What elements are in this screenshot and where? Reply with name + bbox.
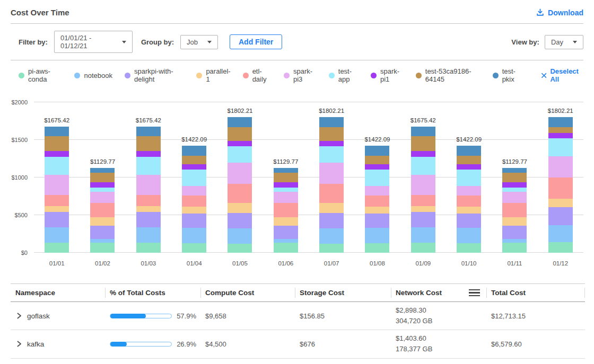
bar-segment-etl-daily[interactable] [90,203,115,217]
bar-group-01/04[interactable]: $1422.0901/04 [171,102,217,253]
bar-segment-test-app[interactable] [457,170,481,186]
bar-segment-sparkpi-with-delight[interactable] [502,226,527,239]
bar-segment-test-app[interactable] [90,188,115,192]
bar-group-01/03[interactable]: $1675.4201/03 [126,102,171,253]
view-by-dropdown[interactable]: Day [545,35,583,49]
bar-segment-test-pkix[interactable] [182,146,206,156]
bar-segment-spark-pi3[interactable] [319,163,344,183]
bar-segment-pi-aws-conda[interactable] [548,242,573,253]
bar-segment-test-53ca9186-64145[interactable] [45,136,69,151]
bar-segment-test-53ca9186-64145[interactable] [502,173,527,182]
bar-segment-etl-daily[interactable] [548,177,573,199]
bar-group-01/05[interactable]: $1802.2101/05 [217,102,263,253]
bar-segment-parallel-1[interactable] [457,207,481,214]
bar-segment-notebook[interactable] [411,227,435,243]
legend-item-test-app[interactable]: test-app [329,67,359,83]
bar-segment-test-app[interactable] [411,157,435,175]
chevron-right-icon[interactable] [16,313,22,319]
bar-segment-pi-aws-conda[interactable] [274,243,298,253]
download-button[interactable]: Download [536,8,583,17]
bar-segment-pi-aws-conda[interactable] [319,244,344,253]
bar-segment-parallel-1[interactable] [90,217,115,226]
bar-segment-spark-pi1[interactable] [136,151,161,156]
bar-segment-pi-aws-conda[interactable] [228,244,252,253]
bar-segment-test-53ca9186-64145[interactable] [182,156,206,164]
bar-segment-sparkpi-with-delight[interactable] [548,207,573,225]
bar-segment-pi-aws-conda[interactable] [502,243,527,253]
bar-segment-test-app[interactable] [45,157,69,175]
chevron-right-icon[interactable] [16,341,22,347]
bar-segment-notebook[interactable] [45,227,69,243]
bar-segment-test-53ca9186-64145[interactable] [457,156,481,164]
bar-segment-pi-aws-conda[interactable] [45,243,69,253]
bar-segment-test-app[interactable] [319,146,344,163]
bar-segment-etl-daily[interactable] [136,195,161,206]
bar-segment-spark-pi3[interactable] [411,175,435,195]
bar-segment-test-pkix[interactable] [45,127,69,136]
bar-segment-notebook[interactable] [502,239,527,243]
bar-segment-test-pkix[interactable] [228,117,252,127]
bar-segment-spark-pi3[interactable] [274,192,298,203]
bar-segment-test-53ca9186-64145[interactable] [136,136,161,151]
bar-group-01/12[interactable]: $1802.2101/12 [538,102,583,253]
bar-segment-spark-pi1[interactable] [319,141,344,146]
bar-segment-spark-pi3[interactable] [457,186,481,196]
bar-segment-pi-aws-conda[interactable] [182,243,206,253]
bar-segment-spark-pi3[interactable] [136,175,161,195]
bar-segment-notebook[interactable] [457,228,481,243]
bar-segment-etl-daily[interactable] [228,184,252,203]
legend-item-pi-aws-conda[interactable]: pi-aws-conda [19,67,62,83]
bar-segment-sparkpi-with-delight[interactable] [319,213,344,228]
bar-segment-spark-pi1[interactable] [228,141,252,146]
bar-segment-notebook[interactable] [365,228,389,243]
legend-item-parallel-1[interactable]: parallel-1 [196,67,230,83]
bar-segment-notebook[interactable] [548,225,573,242]
bar-segment-test-app[interactable] [365,170,389,186]
bar-segment-sparkpi-with-delight[interactable] [90,226,115,239]
bar-segment-test-app[interactable] [136,157,161,175]
legend-item-sparkpi-with-delight[interactable]: sparkpi-with-delight [125,67,184,83]
bar-segment-test-pkix[interactable] [90,168,115,173]
bar-segment-sparkpi-with-delight[interactable] [274,226,298,239]
bar-segment-sparkpi-with-delight[interactable] [411,212,435,227]
bar-segment-etl-daily[interactable] [502,203,527,217]
bar-segment-parallel-1[interactable] [45,206,69,212]
bar-group-01/07[interactable]: $1802.2101/07 [309,102,354,253]
bar-segment-spark-pi3[interactable] [45,175,69,195]
bar-segment-spark-pi3[interactable] [365,186,389,196]
bar-segment-sparkpi-with-delight[interactable] [182,214,206,228]
bar-segment-test-app[interactable] [182,170,206,186]
bar-segment-spark-pi1[interactable] [182,164,206,170]
bar-group-01/09[interactable]: $1675.4201/09 [400,102,446,253]
bar-segment-etl-daily[interactable] [457,196,481,207]
bar-segment-test-pkix[interactable] [502,168,527,173]
bar-segment-test-53ca9186-64145[interactable] [411,136,435,151]
bar-segment-notebook[interactable] [228,228,252,244]
bar-segment-etl-daily[interactable] [411,195,435,206]
bar-segment-pi-aws-conda[interactable] [90,243,115,253]
bar-segment-notebook[interactable] [274,239,298,243]
bar-segment-parallel-1[interactable] [411,206,435,212]
bar-segment-test-app[interactable] [228,146,252,163]
bar-segment-spark-pi3[interactable] [502,192,527,203]
bar-segment-spark-pi1[interactable] [90,182,115,188]
bar-segment-parallel-1[interactable] [548,199,573,207]
legend-item-etl-daily[interactable]: etl-daily [243,67,272,83]
bar-segment-spark-pi1[interactable] [502,182,527,188]
bar-segment-parallel-1[interactable] [274,217,298,226]
bar-group-01/08[interactable]: $1422.0901/08 [354,102,400,253]
bar-segment-etl-daily[interactable] [319,184,344,203]
bar-segment-notebook[interactable] [182,228,206,243]
bar-segment-spark-pi1[interactable] [411,151,435,156]
bar-segment-spark-pi1[interactable] [365,164,389,170]
bar-segment-sparkpi-with-delight[interactable] [228,213,252,228]
legend-item-test-pkix[interactable]: test-pkix [493,67,523,83]
bar-segment-test-app[interactable] [274,188,298,192]
bar-segment-test-pkix[interactable] [365,146,389,156]
bar-segment-spark-pi3[interactable] [228,163,252,183]
bar-segment-test-pkix[interactable] [319,117,344,127]
bar-segment-spark-pi1[interactable] [457,164,481,170]
bar-segment-spark-pi3[interactable] [548,156,573,177]
bar-segment-pi-aws-conda[interactable] [136,243,161,253]
bar-group-01/11[interactable]: $1129.7701/11 [492,102,537,253]
